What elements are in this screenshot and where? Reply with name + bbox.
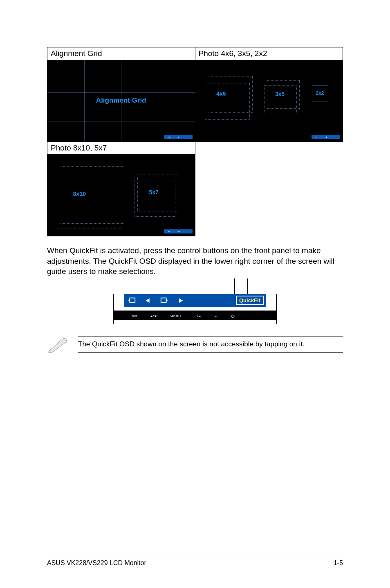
body-paragraph: When QuickFit is activated, press the co…	[47, 245, 343, 277]
bezel-btn-4: ☼/▲	[194, 314, 202, 318]
bezel-btn-5: ↩	[215, 314, 218, 318]
right-arrow-icon	[175, 296, 186, 305]
photo-3x5-label: 3x5	[275, 91, 285, 97]
screenshot-table: Alignment Grid Alignment Grid ◄► Photo 4…	[47, 47, 343, 236]
osd-notch	[234, 278, 248, 295]
osd-bezel: S/S ■/▼ MENU ☼/▲ ↩ ⏻	[114, 310, 276, 320]
cell-header-alignment: Alignment Grid	[47, 47, 195, 60]
svg-rect-1	[161, 298, 166, 303]
bezel-btn-1: S/S	[132, 314, 137, 318]
alignment-grid-screen: Alignment Grid ◄►	[47, 60, 195, 141]
exit-icon	[159, 296, 170, 305]
osd-bar: QuickFit	[124, 294, 266, 307]
enter-icon	[126, 296, 137, 305]
alignment-grid-label: Alignment Grid	[96, 97, 146, 105]
quickfit-osd-label: QuickFit	[236, 296, 264, 305]
cell-header-photo-large: Photo 8x10, 5x7	[47, 142, 195, 154]
footer-left: ASUS VK228/VS229 LCD Monitor	[47, 559, 146, 567]
osd-badge: ◄►	[164, 229, 193, 233]
cell-header-photo-small: Photo 4x6, 3x5, 2x2	[195, 47, 343, 60]
footer-right: 1-5	[334, 559, 343, 567]
bezel-btn-6: ⏻	[231, 314, 235, 318]
svg-rect-0	[130, 298, 135, 303]
bezel-btn-2: ■/▼	[150, 314, 157, 318]
note-text: The QuickFit OSD shown on the screen is …	[78, 340, 343, 348]
page-footer: ASUS VK228/VS229 LCD Monitor 1-5	[47, 556, 343, 567]
pencil-icon	[47, 337, 68, 353]
osd-badge: ◄►	[312, 135, 340, 139]
photo-small-screen: 4x6 3x5 2x2 ◄►	[195, 60, 343, 141]
photo-4x6-label: 4x6	[216, 90, 226, 97]
osd-figure: QuickFit S/S ■/▼ MENU ☼/▲ ↩ ⏻	[113, 294, 277, 324]
photo-8x10-label: 8x10	[73, 191, 86, 197]
photo-5x7-label: 5x7	[149, 189, 159, 195]
note-row: The QuickFit OSD shown on the screen is …	[47, 337, 343, 353]
bezel-btn-3: MENU	[170, 314, 181, 318]
photo-large-screen: 8x10 5x7 ◄►	[47, 154, 195, 236]
photo-2x2-label: 2x2	[316, 90, 324, 96]
osd-badge: ◄►	[164, 135, 193, 139]
left-arrow-icon	[143, 296, 153, 305]
